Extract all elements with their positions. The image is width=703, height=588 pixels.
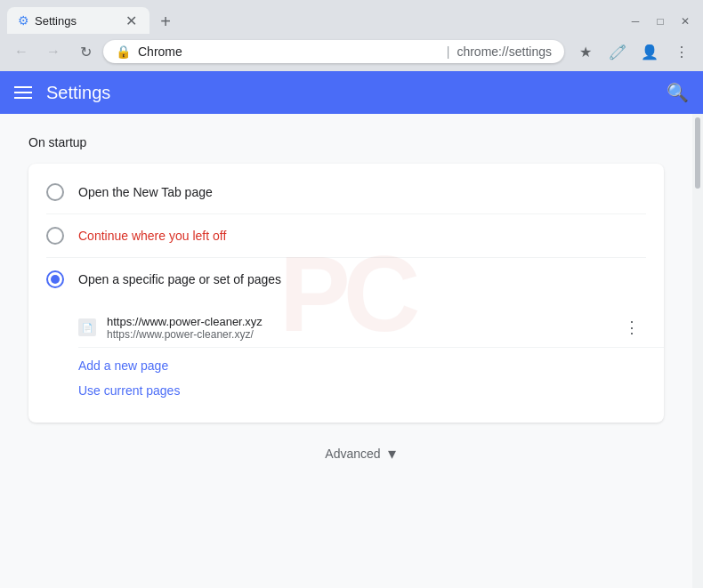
tab-close-icon[interactable]: ✕ bbox=[123, 12, 139, 28]
url-brand: Chrome bbox=[138, 44, 440, 59]
page-url-main: https://www.power-cleaner.xyz bbox=[107, 315, 607, 328]
lock-icon: 🔒 bbox=[116, 44, 131, 59]
browser-chrome: ⚙ Settings ✕ + ─ □ ✕ ← → ↻ 🔒 Chrome | ch… bbox=[0, 0, 703, 71]
bookmark-icon[interactable]: ★ bbox=[571, 37, 600, 66]
advanced-section[interactable]: Advanced ▾ bbox=[28, 423, 692, 485]
option-continue[interactable]: Continue where you left off bbox=[28, 214, 664, 257]
option-continue-label: Continue where you left off bbox=[78, 229, 226, 243]
option-new-tab-label: Open the New Tab page bbox=[78, 185, 213, 199]
toolbar-right: ★ 🧷 👤 ⋮ bbox=[571, 37, 696, 66]
use-current-button[interactable]: Use current pages bbox=[78, 376, 180, 408]
tab-favicon: ⚙ bbox=[18, 13, 29, 28]
settings-title: Settings bbox=[46, 83, 652, 103]
browser-content: On startup PC Open the New Tab page Cont… bbox=[0, 114, 703, 588]
window-controls: ─ □ ✕ bbox=[628, 14, 696, 34]
content-area: On startup PC Open the New Tab page Cont… bbox=[0, 114, 692, 588]
startup-pages: 📄 https://www.power-cleaner.xyz https://… bbox=[28, 301, 664, 415]
active-tab[interactable]: ⚙ Settings ✕ bbox=[7, 7, 149, 34]
forward-button[interactable]: → bbox=[39, 37, 68, 66]
section-title: On startup bbox=[28, 135, 692, 149]
radio-continue[interactable] bbox=[46, 227, 64, 245]
radio-new-tab[interactable] bbox=[46, 183, 64, 201]
omnibox-bar: ← → ↻ 🔒 Chrome | chrome://settings ★ 🧷 👤… bbox=[0, 34, 703, 71]
advanced-label: Advanced bbox=[325, 447, 380, 461]
option-specific[interactable]: Open a specific page or set of pages bbox=[28, 258, 664, 301]
option-specific-label: Open a specific page or set of pages bbox=[78, 272, 281, 286]
option-new-tab[interactable]: Open the New Tab page bbox=[28, 171, 664, 213]
maximize-button[interactable]: □ bbox=[653, 14, 667, 28]
tab-bar: ⚙ Settings ✕ + ─ □ ✕ bbox=[0, 0, 703, 34]
minimize-button[interactable]: ─ bbox=[628, 14, 642, 28]
menu-icon[interactable]: ⋮ bbox=[667, 37, 696, 66]
page-url-sub: https://www.power-cleaner.xyz/ bbox=[107, 328, 607, 341]
scrollbar-track[interactable] bbox=[692, 114, 703, 588]
new-tab-button[interactable]: + bbox=[153, 9, 178, 34]
close-button[interactable]: ✕ bbox=[678, 14, 692, 28]
page-entry: 📄 https://www.power-cleaner.xyz https://… bbox=[78, 308, 664, 347]
radio-specific[interactable] bbox=[46, 270, 64, 288]
hamburger-menu[interactable] bbox=[14, 86, 32, 99]
search-icon-header[interactable]: 🔍 bbox=[667, 82, 689, 103]
url-path: chrome://settings bbox=[457, 44, 552, 59]
settings-header: Settings 🔍 bbox=[0, 71, 703, 114]
page-urls: https://www.power-cleaner.xyz https://ww… bbox=[107, 315, 607, 341]
reload-button[interactable]: ↻ bbox=[71, 37, 100, 66]
scrollbar-thumb[interactable] bbox=[695, 117, 700, 189]
profile-icon[interactable]: 👤 bbox=[635, 37, 664, 66]
page-menu-button[interactable]: ⋮ bbox=[618, 313, 646, 342]
startup-card: PC Open the New Tab page Continue where … bbox=[28, 164, 664, 423]
extensions-icon[interactable]: 🧷 bbox=[603, 37, 632, 66]
omnibox[interactable]: 🔒 Chrome | chrome://settings bbox=[103, 40, 564, 63]
page-favicon: 📄 bbox=[78, 318, 96, 336]
back-button[interactable]: ← bbox=[7, 37, 36, 66]
url-separator: | bbox=[447, 44, 450, 59]
add-page-button[interactable]: Add a new page bbox=[78, 348, 168, 376]
chevron-down-icon: ▾ bbox=[388, 444, 396, 463]
tab-title: Settings bbox=[35, 14, 117, 28]
